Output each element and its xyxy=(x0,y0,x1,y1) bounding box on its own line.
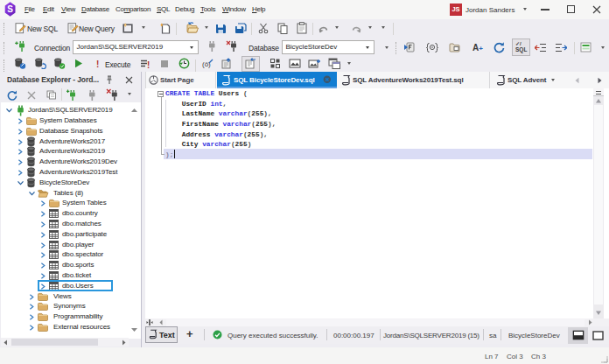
svg-text:!: ! xyxy=(147,60,150,69)
svg-text:(ô): (ô) xyxy=(202,60,211,68)
svg-text:S: S xyxy=(7,4,13,14)
